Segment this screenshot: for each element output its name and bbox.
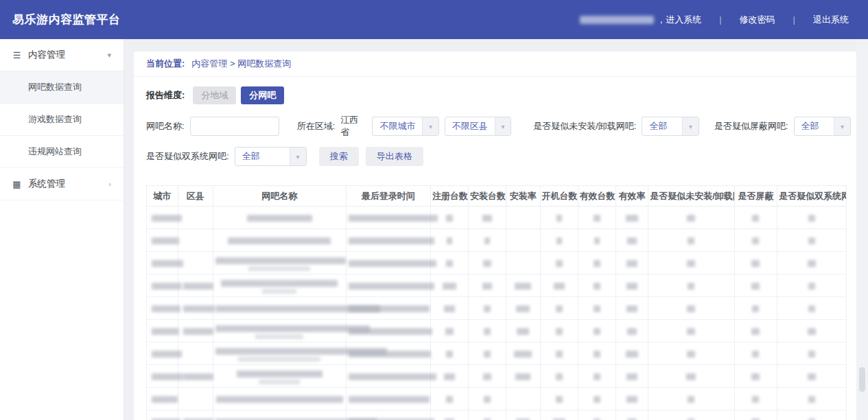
redacted-block	[626, 215, 638, 222]
redacted-cell	[506, 252, 540, 275]
search-button[interactable]: 搜索	[319, 147, 359, 166]
redacted-block-sub	[259, 380, 300, 384]
redacted-cell	[469, 252, 506, 275]
redacted-block	[626, 396, 637, 403]
redacted-cell	[213, 207, 346, 229]
redacted-cell	[578, 297, 615, 320]
redacted-block	[517, 328, 529, 335]
redacted-cell	[648, 320, 734, 342]
enter-system-link[interactable]: ，进入系统	[657, 14, 701, 26]
redacted-block	[556, 260, 563, 267]
redacted-cell	[430, 410, 468, 420]
redacted-block	[808, 260, 816, 267]
column-header: 安装台数	[469, 186, 506, 207]
table-row	[147, 410, 847, 420]
page-scrollbar-thumb[interactable]	[859, 367, 865, 392]
redacted-block	[484, 305, 491, 312]
redacted-block	[687, 215, 695, 222]
redacted-cell	[346, 342, 430, 365]
redacted-block	[752, 215, 759, 222]
redacted-block	[443, 283, 456, 290]
redacted-block	[626, 351, 638, 358]
breadcrumb: 当前位置: 内容管理 > 网吧数据查询	[134, 51, 856, 77]
redacted-cell	[469, 410, 506, 420]
top-bar: 易乐游内容监管平台 ，进入系统 | 修改密码 | 退出系统	[0, 0, 868, 39]
breadcrumb-path[interactable]: 内容管理 > 网吧数据查询	[191, 58, 291, 70]
redacted-cell	[346, 320, 430, 342]
change-password-link[interactable]: 修改密码	[740, 14, 775, 26]
redacted-cell	[734, 297, 777, 320]
column-header: 是否疑似双系统网吧	[777, 186, 847, 207]
sidebar-item-2[interactable]: 违规网站查询	[0, 136, 124, 168]
redacted-block	[216, 396, 343, 403]
redacted-block-sub	[248, 266, 310, 271]
redacted-block	[554, 283, 565, 290]
dimension-tab-0[interactable]: 分地域	[193, 86, 236, 104]
redacted-cell	[734, 252, 777, 275]
sidebar-submenu: 网吧数据查询游戏数据查询违规网站查询	[0, 71, 124, 168]
logout-link[interactable]: 退出系统	[813, 14, 849, 26]
sidebar-item-1[interactable]: 游戏数据查询	[0, 104, 124, 136]
redacted-block	[349, 305, 430, 312]
city-select[interactable]: 不限城市 ▾	[372, 117, 438, 136]
chevron-down-icon: ▾	[682, 117, 699, 135]
column-header: 城市	[147, 186, 178, 207]
page-scrollbar-track[interactable]	[856, 39, 868, 420]
redacted-cell	[147, 365, 178, 388]
redacted-cell	[615, 229, 648, 252]
table-row	[147, 388, 847, 410]
redacted-block	[446, 260, 453, 267]
redacted-block	[752, 305, 759, 312]
redacted-block	[594, 237, 600, 244]
dual-system-select-value: 全部	[235, 150, 290, 163]
dimension-tab-1[interactable]: 分网吧	[241, 86, 284, 104]
table-body	[147, 207, 847, 420]
redacted-block	[349, 260, 436, 267]
redacted-cell	[346, 410, 430, 420]
redacted-block	[484, 351, 491, 358]
redacted-block	[152, 351, 182, 358]
filter-row-2: 是否疑似双系统网吧: 全部 ▾ 搜索 导出表格	[146, 147, 856, 166]
redacted-block	[556, 237, 562, 244]
report-dimension-row: 报告维度: 分地域分网吧	[134, 77, 856, 108]
sidebar: ☰ 内容管理 ▾ 网吧数据查询游戏数据查询违规网站查询 ▦ 系统管理 ›	[0, 39, 124, 420]
region-label: 所在区域:	[297, 120, 336, 132]
redacted-cell	[734, 229, 777, 252]
redacted-cell	[147, 275, 178, 297]
main-area: 当前位置: 内容管理 > 网吧数据查询 报告维度: 分地域分网吧 网吧名称: 所…	[124, 39, 868, 420]
redacted-cell	[178, 342, 213, 365]
redacted-cell	[615, 252, 648, 275]
district-select-value: 不限区县	[445, 120, 495, 132]
redacted-cell	[346, 275, 430, 297]
sidebar-item-0[interactable]: 网吧数据查询	[0, 71, 124, 104]
redacted-cell	[648, 207, 734, 229]
redacted-cell	[615, 275, 648, 297]
redacted-cell	[430, 320, 468, 342]
sidebar-group-content-mgmt[interactable]: ☰ 内容管理 ▾	[0, 39, 124, 71]
district-select[interactable]: 不限区县 ▾	[445, 117, 511, 136]
redacted-cell	[469, 388, 506, 410]
redacted-block	[152, 373, 183, 380]
chevron-right-icon: ›	[108, 180, 111, 188]
redacted-cell	[147, 410, 178, 420]
dual-system-select[interactable]: 全部 ▾	[235, 147, 307, 166]
report-dimension-tabs: 分地域分网吧	[193, 86, 289, 104]
redacted-cell	[578, 229, 615, 252]
sidebar-group-system-mgmt[interactable]: ▦ 系统管理 ›	[0, 168, 124, 200]
redacted-block	[687, 305, 695, 312]
redacted-cell	[578, 342, 615, 365]
cafe-name-input[interactable]	[190, 117, 279, 136]
redacted-cell	[430, 229, 468, 252]
blocked-select[interactable]: 全部 ▾	[794, 117, 852, 136]
redacted-block	[349, 328, 432, 335]
export-table-button[interactable]: 导出表格	[366, 147, 423, 166]
redacted-cell	[469, 365, 506, 388]
redacted-block	[594, 260, 600, 267]
list-icon: ☰	[12, 50, 22, 60]
redacted-cell	[578, 207, 615, 229]
redacted-cell	[648, 410, 734, 420]
redacted-block	[349, 373, 436, 380]
uninstall-select[interactable]: 全部 ▾	[642, 117, 699, 136]
redacted-block	[152, 283, 182, 290]
redacted-cell	[506, 229, 540, 252]
